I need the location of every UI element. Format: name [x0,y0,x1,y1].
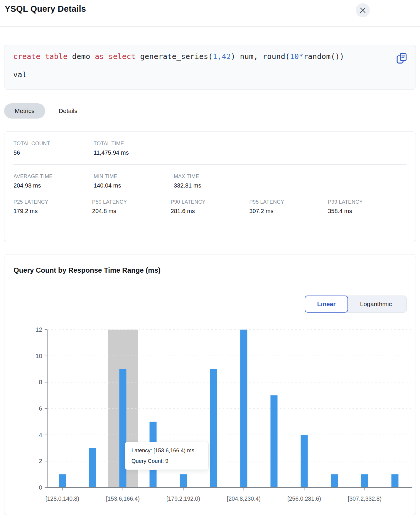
chart-bar[interactable] [59,474,66,487]
tab-metrics[interactable]: Metrics [4,103,45,119]
chart-bar[interactable] [210,369,217,488]
sql-code-line: val [13,71,383,79]
x-tick-label: [256.0,281.6) [287,495,321,502]
chart-bar[interactable] [331,474,338,487]
code-token-number: 1,42 [213,52,231,61]
y-tick-label: 0 [39,484,42,491]
x-tick-label: [153.6,166.4) [106,495,140,502]
code-token-keyword: create table [13,52,68,61]
metric-cell: TOTAL TIME11,475.94 ms [94,141,174,156]
metrics-summary-card: TOTAL COUNT56TOTAL TIME11,475.94 ms AVER… [4,131,416,242]
y-tick-label: 2 [39,458,42,464]
metrics-row: P25 LATENCY179.2 msP50 LATENCY204.8 msP9… [14,199,406,215]
metric-value: 358.4 ms [328,208,406,215]
x-tick-label: [204.8,230.4) [227,495,261,502]
y-tick-label: 8 [39,379,42,385]
tab-details[interactable]: Details [59,103,77,119]
metric-cell: P95 LATENCY307.2 ms [249,199,328,215]
y-tick-label: 12 [36,326,42,333]
x-tick-label: [128.0,140.8) [45,495,79,502]
chart-tooltip: Latency: [153.6,166.4) ms Query Count: 9 [125,442,209,470]
code-token-plain: random()) [303,52,344,61]
code-token-plain: val [13,70,27,79]
chart-bar[interactable] [89,448,96,488]
metric-cell: P25 LATENCY179.2 ms [14,199,92,215]
metric-cell: AVERAGE TIME204.93 ms [14,173,94,189]
metric-value: 307.2 ms [249,208,328,215]
metric-value: 179.2 ms [14,208,92,215]
code-token-number: 10* [290,52,303,61]
chart-bar[interactable] [119,369,126,488]
chart-bar[interactable] [180,474,187,487]
metrics-divider [14,164,406,165]
metric-value: 204.8 ms [92,208,171,215]
x-tick-label: [179.2,192.0) [166,495,200,502]
close-button[interactable] [356,3,370,17]
metrics-row: TOTAL COUNT56TOTAL TIME11,475.94 ms [14,141,406,156]
copy-button[interactable] [396,52,408,65]
code-token-plain: generate_series( [136,52,213,61]
metric-label: P90 LATENCY [171,199,249,205]
tooltip-latency: Latency: [153.6,166.4) ms [131,447,202,454]
tooltip-query-count: Query Count: 9 [131,458,202,464]
metric-label: MAX TIME [174,173,254,180]
metric-cell: MAX TIME332.81 ms [174,173,254,189]
close-icon [360,7,366,14]
x-tick-label: [307.2,332.8) [348,495,382,502]
metric-cell: P90 LATENCY281.6 ms [171,199,249,215]
y-tick-label: 4 [39,431,42,438]
metric-value: 204.93 ms [14,182,94,189]
metric-cell: TOTAL COUNT56 [14,141,94,156]
metric-label: TOTAL COUNT [14,141,94,147]
metric-label: TOTAL TIME [94,141,174,147]
y-tick-label: 10 [36,352,42,359]
header-divider [0,26,420,27]
chart-bar[interactable] [271,395,278,487]
chart-card: Query Count by Response Time Range (ms) … [4,254,416,515]
metric-label: P99 LATENCY [328,199,406,205]
code-token-plain: demo [68,52,95,61]
sql-query-code-block: create table demo as select generate_ser… [4,45,416,90]
scale-toggle: Linear Logarithmic [305,296,407,313]
metric-label: MIN TIME [94,173,174,180]
metric-label: AVERAGE TIME [14,173,94,180]
metric-cell: P99 LATENCY358.4 ms [328,199,406,215]
page-title: YSQL Query Details [5,4,86,14]
metric-cell: P50 LATENCY204.8 ms [92,199,171,215]
metric-value: 332.81 ms [174,182,254,189]
tab-bar: Metrics Details [4,103,77,119]
chart-bar[interactable] [301,435,308,487]
metric-value: 11,475.94 ms [94,149,174,156]
metric-cell: MIN TIME140.04 ms [94,173,174,189]
code-token-keyword: as select [95,52,136,61]
metrics-row: AVERAGE TIME204.93 msMIN TIME140.04 msMA… [14,173,406,189]
chart-bar[interactable] [240,330,247,487]
metric-value: 281.6 ms [171,208,249,215]
metric-value: 56 [14,149,94,156]
sql-code-line: create table demo as select generate_ser… [13,53,383,60]
logarithmic-button[interactable]: Logarithmic [345,296,407,313]
copy-icon [396,53,407,64]
metric-value: 140.04 ms [94,182,174,189]
linear-button[interactable]: Linear [305,296,348,313]
code-token-plain: ) num, round( [231,52,290,61]
bar-chart: 024681012[128.0,140.8)[153.6,166.4)[179.… [4,320,416,514]
y-tick-label: 6 [39,405,42,412]
chart-title: Query Count by Response Time Range (ms) [14,266,161,274]
metric-label: P50 LATENCY [92,199,171,205]
metric-label: P95 LATENCY [249,199,328,205]
chart-bar[interactable] [361,474,368,487]
metric-label: P25 LATENCY [14,199,92,205]
chart-bar[interactable] [392,474,399,487]
